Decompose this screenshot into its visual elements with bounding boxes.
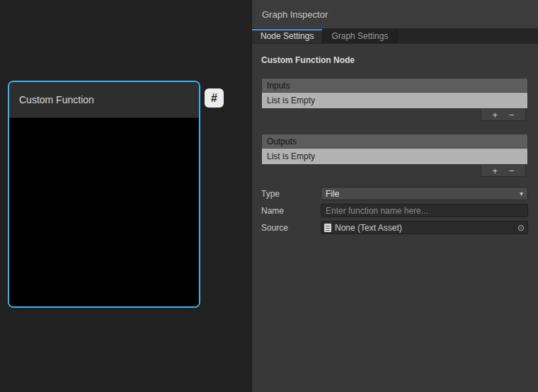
tab-node-settings-label: Node Settings bbox=[261, 31, 314, 41]
source-row: Source None (Text Asset) ⊙ bbox=[261, 221, 528, 234]
type-label: Type bbox=[261, 189, 321, 199]
source-object-value: None (Text Asset) bbox=[335, 223, 402, 233]
inspector-tabbar: Node Settings Graph Settings bbox=[252, 29, 538, 44]
inspector-header[interactable]: Graph Inspector bbox=[252, 0, 538, 29]
inspector-title: Graph Inspector bbox=[262, 9, 328, 20]
outputs-list-body: List is Empty bbox=[261, 149, 528, 165]
hash-badge: # bbox=[205, 88, 224, 108]
inputs-remove-button[interactable]: − bbox=[506, 110, 517, 120]
inputs-list-footer: + − bbox=[261, 109, 528, 121]
name-label: Name bbox=[261, 206, 321, 216]
outputs-empty-label: List is Empty bbox=[267, 151, 315, 161]
type-dropdown[interactable]: File ▾ bbox=[321, 187, 528, 200]
tab-graph-settings-label: Graph Settings bbox=[331, 31, 388, 41]
source-label: Source bbox=[261, 223, 321, 233]
tab-node-settings[interactable]: Node Settings bbox=[252, 29, 323, 43]
type-row: Type File ▾ bbox=[261, 187, 528, 200]
outputs-remove-button[interactable]: − bbox=[506, 166, 517, 176]
inputs-empty-label: List is Empty bbox=[267, 96, 315, 105]
outputs-list: Outputs List is Empty + − bbox=[261, 134, 528, 177]
inputs-add-button[interactable]: + bbox=[489, 110, 500, 120]
custom-function-node[interactable]: Custom Function bbox=[8, 81, 200, 308]
source-object-field[interactable]: None (Text Asset) ⊙ bbox=[321, 221, 528, 234]
hash-badge-glyph: # bbox=[211, 92, 217, 105]
outputs-list-footer: + − bbox=[261, 165, 528, 177]
inputs-list-body: List is Empty bbox=[261, 93, 528, 109]
inputs-list-header: Inputs bbox=[261, 78, 528, 93]
graph-inspector-panel: Graph Inspector Node Settings Graph Sett… bbox=[251, 0, 538, 392]
name-row: Name bbox=[261, 204, 528, 217]
shader-graph-window: Custom Function # Graph Inspector Node S… bbox=[0, 0, 538, 392]
section-title: Custom Function Node bbox=[261, 55, 528, 65]
outputs-list-footer-buttons: + − bbox=[481, 165, 526, 177]
text-asset-icon bbox=[324, 224, 331, 232]
node-preview bbox=[9, 120, 199, 306]
node-settings-form: Type File ▾ Name Source None (Text Asset… bbox=[261, 187, 528, 234]
type-dropdown-value: File bbox=[326, 189, 339, 199]
tab-graph-settings[interactable]: Graph Settings bbox=[323, 29, 397, 43]
inspector-content: Custom Function Node Inputs List is Empt… bbox=[252, 44, 538, 234]
function-name-input[interactable] bbox=[321, 204, 528, 217]
outputs-list-title: Outputs bbox=[267, 137, 297, 146]
outputs-add-button[interactable]: + bbox=[489, 166, 500, 176]
node-header[interactable]: Custom Function bbox=[9, 82, 199, 118]
inputs-list-footer-buttons: + − bbox=[481, 109, 526, 121]
chevron-down-icon: ▾ bbox=[520, 190, 523, 197]
inputs-list: Inputs List is Empty + − bbox=[261, 78, 528, 121]
inputs-list-title: Inputs bbox=[267, 81, 290, 91]
object-picker-icon[interactable]: ⊙ bbox=[514, 221, 527, 234]
outputs-list-header: Outputs bbox=[261, 134, 528, 149]
node-title: Custom Function bbox=[19, 94, 94, 105]
